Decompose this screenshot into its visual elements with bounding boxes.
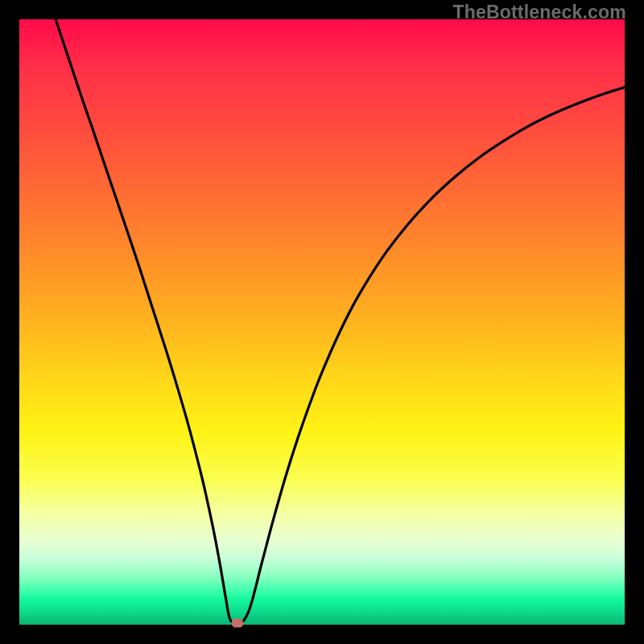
bottleneck-curve <box>56 19 625 623</box>
optimum-marker <box>231 618 243 627</box>
chart-curve-svg <box>19 19 625 625</box>
watermark-text: TheBottleneck.com <box>452 2 626 23</box>
chart-plot-area <box>19 19 625 625</box>
